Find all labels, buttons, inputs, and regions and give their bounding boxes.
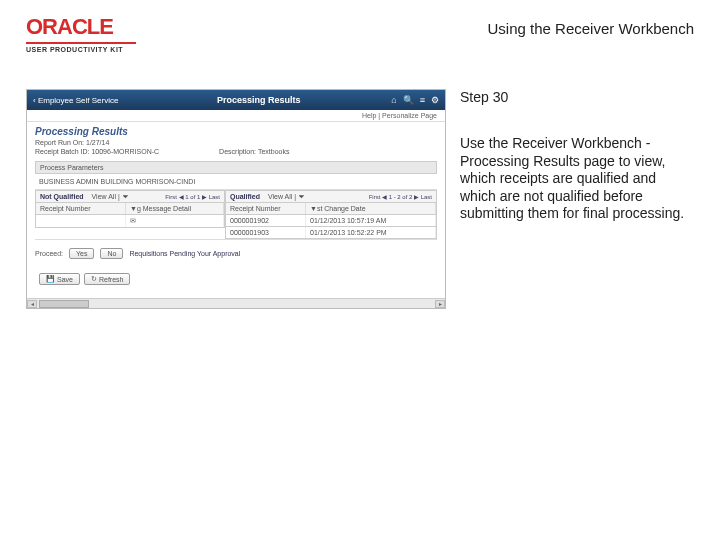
tab-qualified[interactable]: Qualified <box>230 193 260 200</box>
pending-approval-link[interactable]: Requisitions Pending Your Approval <box>129 250 240 257</box>
processing-heading: Processing Results <box>35 126 437 137</box>
col-change-date[interactable]: ▼st Change Date <box>306 203 436 214</box>
envelope-icon[interactable]: ✉ <box>130 217 136 224</box>
desc-value: Textbooks <box>258 148 290 155</box>
scroll-thumb[interactable] <box>39 300 89 308</box>
horizontal-scrollbar[interactable]: ◂ ▸ <box>27 298 445 308</box>
sub-bar-links[interactable]: Help | Personalize Page <box>27 110 445 122</box>
proceed-label: Proceed: <box>35 250 63 257</box>
refresh-button[interactable]: ↻Refresh <box>84 273 131 285</box>
col-receipt-number-left[interactable]: Receipt Number <box>36 203 126 214</box>
col-message-detail[interactable]: ▼g Message Detail <box>126 203 224 214</box>
run-on-label: Report Run On: <box>35 139 84 146</box>
params-header[interactable]: Process Parameters <box>35 161 437 174</box>
logo-underline <box>26 42 136 44</box>
desc-label: Description: <box>219 148 256 155</box>
step-body: Use the Receiver Workbench - Processing … <box>460 135 690 223</box>
slide-header: ORACLE USER PRODUCTIVITY KIT Using the R… <box>0 0 720 59</box>
gear-icon[interactable]: ⚙ <box>431 95 439 105</box>
back-link[interactable]: ‹ Employee Self Service <box>33 96 118 105</box>
cell-left-msg[interactable]: ✉ <box>126 215 224 227</box>
product-subtitle: USER PRODUCTIVITY KIT <box>26 46 136 53</box>
logo-block: ORACLE USER PRODUCTIVITY KIT <box>26 14 136 53</box>
view-all-left[interactable]: View All | ⏷ <box>92 193 129 200</box>
oracle-logo: ORACLE <box>26 14 136 40</box>
params-sub: BUSINESS ADMIN BUILDING MORRISON-CINDI <box>35 174 437 190</box>
view-all-right[interactable]: View All | ⏷ <box>268 193 305 200</box>
not-qualified-grid: Not Qualified View All | ⏷ First ◀ 1 of … <box>35 190 225 239</box>
col-receipt-number-right[interactable]: Receipt Number <box>226 203 306 214</box>
run-id-value: 10096-MORRISON-C <box>91 148 159 155</box>
menu-icon[interactable]: ≡ <box>420 95 425 105</box>
home-icon[interactable]: ⌂ <box>391 95 396 105</box>
cell-r1c1: 0000001902 <box>226 215 306 226</box>
save-icon: 💾 <box>46 275 55 283</box>
run-on-value: 1/27/14 <box>86 139 109 146</box>
scroll-left-arrow-icon[interactable]: ◂ <box>27 300 37 308</box>
tab-not-qualified[interactable]: Not Qualified <box>40 193 84 200</box>
cell-r2c2: 01/12/2013 10:52:22 PM <box>306 227 436 238</box>
cell-r2c1: 0000001903 <box>226 227 306 238</box>
app-bar-title: Processing Results <box>126 95 391 105</box>
proceed-yes-button[interactable]: Yes <box>69 248 94 259</box>
scroll-right-arrow-icon[interactable]: ▸ <box>435 300 445 308</box>
main-area: ‹ Employee Self Service Processing Resul… <box>0 89 720 309</box>
nav-right[interactable]: First ◀ 1 - 2 of 2 ▶ Last <box>369 193 432 200</box>
instruction-pane: Step 30 Use the Receiver Workbench - Pro… <box>446 89 720 309</box>
save-button[interactable]: 💾Save <box>39 273 80 285</box>
app-screenshot: ‹ Employee Self Service Processing Resul… <box>26 89 446 309</box>
cell-r1c2: 01/12/2013 10:57:19 AM <box>306 215 436 226</box>
step-label: Step 30 <box>460 89 690 105</box>
search-icon[interactable]: 🔍 <box>403 95 414 105</box>
page-title: Using the Receiver Workbench <box>488 20 694 37</box>
run-id-label: Receipt Batch ID: <box>35 148 89 155</box>
proceed-no-button[interactable]: No <box>100 248 123 259</box>
nav-left[interactable]: First ◀ 1 of 1 ▶ Last <box>165 193 220 200</box>
app-nav-bar: ‹ Employee Self Service Processing Resul… <box>27 90 445 110</box>
refresh-icon: ↻ <box>91 275 97 283</box>
qualified-grid: Qualified View All | ⏷ First ◀ 1 - 2 of … <box>225 190 437 239</box>
cell-left-1 <box>36 215 126 227</box>
